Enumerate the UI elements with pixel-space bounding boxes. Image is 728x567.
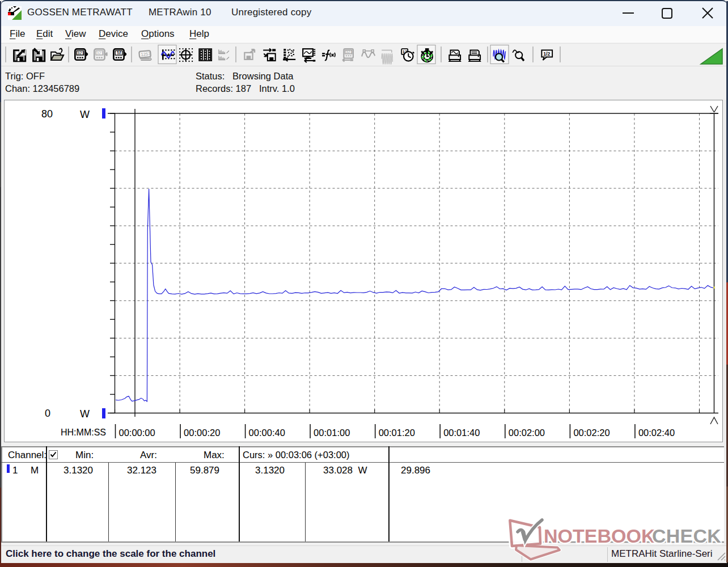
svg-text:NOTEBOOK: NOTEBOOK — [544, 525, 655, 547]
svg-text:00:00:40: 00:00:40 — [249, 428, 285, 438]
svg-text:00:02:40: 00:02:40 — [638, 428, 675, 438]
svg-text:00:02:00: 00:02:00 — [509, 428, 545, 438]
svg-text:00:00:00: 00:00:00 — [119, 428, 155, 438]
svg-text:00:01:00: 00:01:00 — [314, 428, 350, 438]
svg-text:W: W — [80, 109, 90, 120]
svg-text:HH:MM:SS: HH:MM:SS — [61, 428, 106, 437]
svg-text:00:02:20: 00:02:20 — [573, 428, 610, 438]
svg-text:00:00:20: 00:00:20 — [184, 428, 220, 438]
svg-text:CHECK: CHECK — [652, 525, 721, 547]
svg-text:00:01:20: 00:01:20 — [379, 428, 415, 438]
svg-text:W: W — [80, 408, 90, 420]
svg-text:80: 80 — [41, 108, 53, 120]
svg-text:0: 0 — [45, 408, 50, 419]
svg-text:00:01:40: 00:01:40 — [443, 428, 480, 438]
